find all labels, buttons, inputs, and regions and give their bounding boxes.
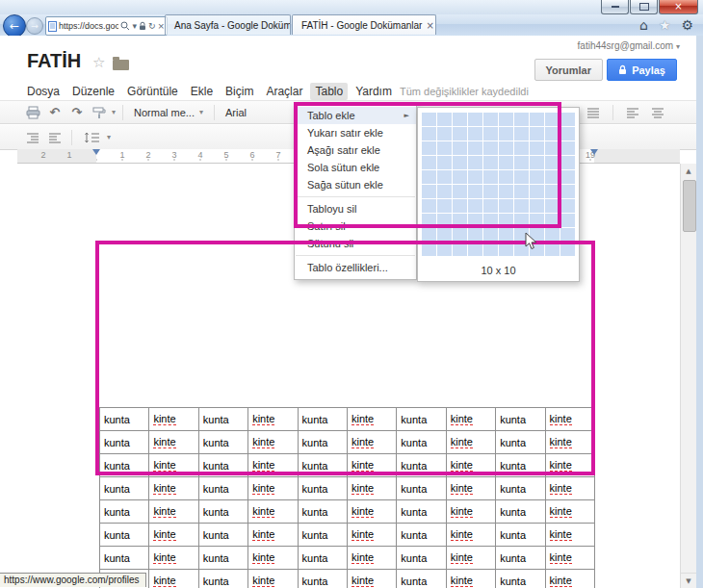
grid-cell[interactable]	[422, 156, 436, 169]
table-cell[interactable]: kinte	[248, 408, 298, 431]
grid-cell[interactable]	[483, 170, 498, 184]
table-cell[interactable]: kinte	[546, 477, 595, 500]
table-cell[interactable]: kunta	[397, 570, 446, 588]
print-button[interactable]	[23, 103, 42, 121]
refresh-icon[interactable]: ↻	[148, 21, 156, 31]
table-cell[interactable]: kunta	[397, 524, 446, 547]
account-menu[interactable]: fatih44srg@gmail.com ▾	[578, 40, 680, 51]
table-cell[interactable]: kinte	[149, 500, 198, 524]
grid-cell[interactable]	[560, 214, 575, 227]
grid-cell[interactable]	[468, 141, 482, 155]
grid-cell[interactable]	[560, 243, 575, 256]
grid-cell[interactable]	[453, 185, 467, 198]
address-dropdown-icon[interactable]: ▾	[132, 21, 137, 31]
grid-cell[interactable]	[545, 243, 560, 256]
table-cell[interactable]: kinte	[348, 431, 397, 454]
menu-item[interactable]: Aşağı satır ekle	[295, 141, 416, 159]
grid-cell[interactable]	[499, 113, 513, 126]
grid-cell[interactable]	[545, 127, 560, 141]
grid-cell[interactable]	[560, 228, 575, 242]
grid-cell[interactable]	[530, 199, 544, 213]
redo-button[interactable]: ↷	[67, 103, 87, 121]
table-cell[interactable]: kunta	[299, 524, 348, 547]
scroll-up-icon[interactable]: ▲	[681, 164, 696, 178]
grid-cell[interactable]	[437, 228, 452, 242]
menu-item[interactable]: Tablo özellikleri...	[295, 259, 416, 276]
table-cell[interactable]: kunta	[397, 547, 446, 570]
grid-cell[interactable]	[514, 185, 529, 198]
right-margin-marker[interactable]	[590, 149, 598, 155]
line-spacing-button[interactable]	[79, 128, 104, 146]
grid-cell[interactable]	[422, 141, 436, 155]
table-cell[interactable]: kinte	[149, 408, 198, 431]
table-cell[interactable]: kunta	[100, 524, 149, 547]
table-cell[interactable]: kinte	[447, 454, 496, 477]
table-cell[interactable]: kinte	[546, 547, 595, 570]
table-cell[interactable]: kinte	[447, 500, 496, 524]
grid-cell[interactable]	[483, 228, 498, 242]
table-cell[interactable]: kinte	[248, 454, 298, 477]
grid-cell[interactable]	[499, 243, 513, 256]
table-cell[interactable]: kunta	[199, 431, 248, 454]
undo-button[interactable]: ↶	[45, 103, 65, 121]
address-bar[interactable]: https://docs.goo... ▾ ↻ ×	[45, 16, 168, 36]
grid-cell[interactable]	[453, 228, 467, 242]
menu-item[interactable]: Tabloyu sil	[295, 200, 416, 217]
menubar-item-düzenle[interactable]: Düzenle	[67, 83, 119, 100]
document-title[interactable]: FATİH	[27, 50, 81, 72]
table-cell[interactable]: kunta	[496, 408, 545, 431]
comments-button[interactable]: Yorumlar	[534, 59, 603, 81]
scroll-down-icon[interactable]: ▼	[681, 573, 696, 588]
table-cell[interactable]: kinte	[248, 570, 298, 588]
table-cell[interactable]: kunta	[100, 477, 149, 500]
table-cell[interactable]: kunta	[299, 431, 348, 454]
grid-cell[interactable]	[483, 127, 498, 141]
grid-cell[interactable]	[499, 199, 513, 213]
grid-cell[interactable]	[545, 228, 560, 242]
grid-cell[interactable]	[545, 199, 560, 213]
table-cell[interactable]: kinte	[447, 547, 496, 570]
grid-cell[interactable]	[453, 199, 467, 213]
table-cell[interactable]: kinte	[546, 570, 595, 588]
grid-cell[interactable]	[422, 214, 436, 227]
favorites-star-icon[interactable]: ★	[659, 17, 671, 33]
grid-cell[interactable]	[453, 141, 467, 155]
table-cell[interactable]: kunta	[100, 408, 149, 431]
table-cell[interactable]: kinte	[447, 524, 496, 547]
grid-cell[interactable]	[468, 113, 482, 126]
grid-cell[interactable]	[422, 127, 436, 141]
left-margin-marker[interactable]	[92, 149, 100, 155]
align-center-button[interactable]	[648, 103, 667, 121]
align-justify-button[interactable]	[584, 103, 603, 121]
grid-cell[interactable]	[545, 214, 560, 227]
table-cell[interactable]: kinte	[348, 408, 397, 431]
table-cell[interactable]: kinte	[348, 547, 397, 570]
table-cell[interactable]: kinte	[348, 524, 397, 547]
table-cell[interactable]: kinte	[248, 431, 298, 454]
grid-cell[interactable]	[530, 141, 544, 155]
table-cell[interactable]: kinte	[348, 477, 397, 500]
font-selector[interactable]: Arial	[221, 107, 250, 118]
grid-cell[interactable]	[468, 228, 482, 242]
table-cell[interactable]: kinte	[149, 547, 198, 570]
table-cell[interactable]: kunta	[199, 477, 248, 500]
grid-cell[interactable]	[437, 214, 452, 227]
table-cell[interactable]: kunta	[496, 477, 545, 500]
table-cell[interactable]: kunta	[199, 547, 248, 570]
grid-cell[interactable]	[560, 113, 575, 126]
grid-cell[interactable]	[530, 156, 544, 169]
grid-cell[interactable]	[545, 185, 560, 198]
tab-ana-sayfa[interactable]: Ana Sayfa - Google Dokümanlar	[165, 14, 291, 35]
grid-cell[interactable]	[483, 199, 498, 213]
grid-cell[interactable]	[468, 170, 482, 184]
grid-cell[interactable]	[483, 156, 498, 169]
grid-cell[interactable]	[437, 156, 452, 169]
table-cell[interactable]: kunta	[496, 524, 545, 547]
line-spacing-caret-icon[interactable]: ▾	[107, 133, 111, 141]
grid-cell[interactable]	[437, 113, 452, 126]
table-cell[interactable]: kunta	[199, 524, 248, 547]
table-cell[interactable]: kunta	[397, 500, 446, 524]
grid-cell[interactable]	[514, 214, 529, 227]
table-cell[interactable]: kinte	[149, 570, 198, 588]
table-cell[interactable]: kunta	[496, 454, 545, 477]
